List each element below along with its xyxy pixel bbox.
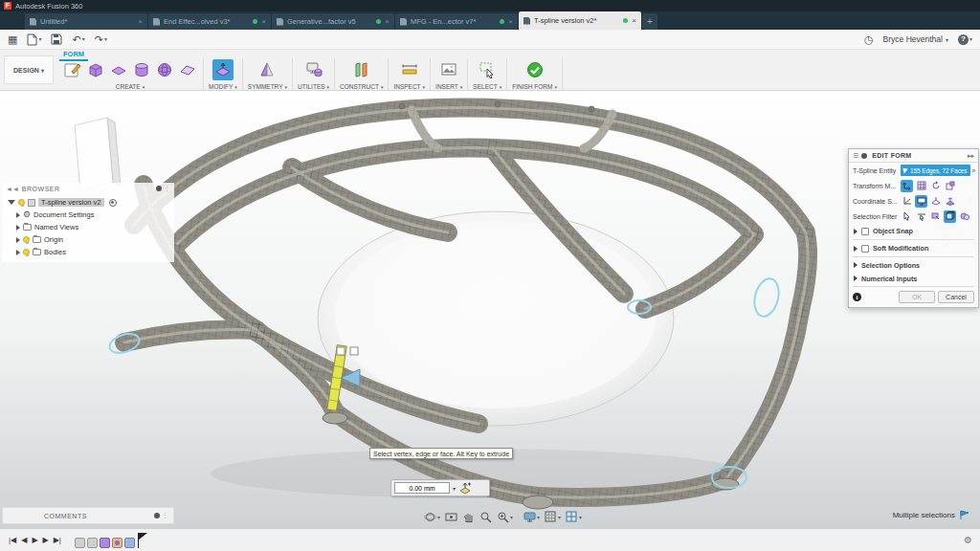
browser-header[interactable]: ◄◄ BROWSER ⋮ [2,183,174,194]
expand-open-icon[interactable] [8,200,15,208]
play-button[interactable]: ▶ [31,537,38,544]
undo-button[interactable]: ↶ ▾ [72,34,84,45]
extrude-distance-input[interactable] [394,482,450,494]
expand-icon[interactable] [854,229,858,234]
filter-body-button[interactable] [944,210,956,223]
create-sphere-button[interactable] [154,59,175,80]
filter-edge-button[interactable] [915,210,927,223]
timeline-feature-sketch[interactable] [112,538,122,548]
utilities-dropdown[interactable]: UTILITES▾ [298,83,329,90]
display-settings-button[interactable]: ▾ [523,511,540,523]
finish-form-dropdown[interactable]: FINISH FORM▾ [512,83,557,90]
job-status-clock-icon[interactable]: ◷ [864,34,874,45]
tab-form[interactable]: FORM [59,50,88,61]
filter-vertex-button[interactable] [901,210,913,223]
expand-icon[interactable] [16,237,20,243]
file-menu-button[interactable]: ▾ [27,33,41,46]
transform-scale-button[interactable] [944,180,956,192]
transform-edit-grid-button[interactable] [915,180,927,192]
timeline-feature-form-2[interactable] [87,538,98,548]
create-box-button[interactable] [85,59,106,80]
create-dropdown[interactable]: CREATE▾ [116,83,145,90]
extrude-mode-icon[interactable] [458,482,472,495]
collapse-panel-icon[interactable]: ◄◄ [6,186,19,192]
transform-translate-button[interactable] [901,180,913,192]
t-spline-model[interactable] [0,91,980,528]
entity-selection-chip[interactable]: 155 Edges, 72 Faces [901,165,970,176]
close-tab-icon[interactable]: × [261,17,266,26]
finish-form-button[interactable] [524,59,546,80]
browser-root-row[interactable]: T-spline version v2 [8,196,174,209]
coordinate-local-button[interactable] [929,195,942,208]
create-plane-button[interactable] [108,59,129,80]
select-dropdown[interactable]: SELECT▾ [473,83,501,90]
inspect-button[interactable] [399,59,420,80]
filter-all-button[interactable] [958,210,970,223]
create-face-button[interactable] [177,59,198,80]
model-viewport[interactable]: ◄◄ BROWSER ⋮ T-spline version v2 ⚙ Doc [0,91,980,528]
caret-icon[interactable]: ▾ [453,485,456,492]
comments-panel[interactable]: COMMENTS ⋮ [2,507,174,524]
visibility-bulb-icon[interactable] [23,236,30,243]
inspect-dropdown[interactable]: INSPECT▾ [393,83,425,90]
doc-tab-tspline-active[interactable]: T-spline version v2* × [519,11,641,30]
go-to-start-button[interactable]: |◀ [8,537,17,544]
panel-options-icon[interactable] [156,186,162,191]
filter-face-button[interactable] [929,210,942,223]
expand-icon[interactable] [854,276,858,281]
symmetry-button[interactable] [256,59,278,80]
insert-button[interactable] [438,59,459,80]
browser-item-named-views[interactable]: Named Views [8,221,174,233]
expand-icon[interactable] [854,246,858,252]
utilities-button[interactable] [303,59,324,80]
panel-options-icon[interactable] [154,513,160,518]
viewports-button[interactable]: ▾ [566,511,582,523]
new-tab-button[interactable]: + [642,13,657,30]
browser-item-document-settings[interactable]: ⚙ Document Settings [8,209,174,221]
panel-menu-icon[interactable]: ⋮ [164,185,170,192]
drag-grip-icon[interactable]: ☰ [853,152,858,160]
ok-button[interactable]: OK [899,291,935,303]
select-button[interactable] [477,59,498,80]
workspace-selector[interactable]: DESIGN ▾ [4,55,54,84]
coordinate-local-per-entity-button[interactable] [944,195,956,208]
pan-button[interactable] [462,511,475,523]
notification-flag-icon[interactable] [959,510,970,520]
soft-modification-checkbox[interactable] [861,245,869,253]
expand-icon[interactable] [854,262,858,268]
zoom-window-button[interactable]: ▾ [497,511,513,523]
timeline-feature-form-3[interactable] [100,538,110,548]
user-account-menu[interactable]: Bryce Heventhal ▾ [883,34,948,44]
save-button[interactable] [51,33,62,45]
construct-dropdown[interactable]: CONSTRUCT▾ [340,83,383,90]
timeline-settings-gear-icon[interactable]: ⚙ [964,535,972,545]
help-menu[interactable]: ? ▾ [958,34,972,45]
timeline-feature-form-1[interactable] [75,538,85,548]
orbit-button[interactable]: ▾ [424,511,440,523]
selection-options-section[interactable]: Selection Options [849,258,978,272]
object-snap-toggle[interactable]: Object Snap [849,224,978,238]
zoom-button[interactable] [479,511,492,523]
timeline-feature-current-edit[interactable] [124,538,135,548]
numerical-inputs-section[interactable]: Numerical Inputs [849,272,978,285]
construct-button[interactable] [351,59,372,80]
panel-menu-icon[interactable]: ⋮ [162,512,168,519]
modify-dropdown[interactable]: MODIFY▾ [209,83,237,90]
symmetry-dropdown[interactable]: SYMMETRY▾ [248,83,287,90]
doc-tab-generative[interactable]: Generative...factor v5 × [272,13,394,30]
coordinate-view-button[interactable] [915,195,927,208]
expand-selection-icon[interactable]: » [972,167,976,174]
browser-item-bodies[interactable]: Bodies [8,246,174,258]
create-cylinder-button[interactable] [131,59,152,80]
coordinate-world-button[interactable] [901,195,913,208]
doc-tab-end-effector[interactable]: End Effec...olved v3* × [148,13,271,30]
activate-component-radio[interactable] [109,199,117,207]
visibility-bulb-icon[interactable] [23,249,30,255]
close-tab-icon[interactable]: × [508,17,513,26]
transform-rotate-button[interactable] [929,180,942,192]
doc-tab-untitled[interactable]: Untitled* × [25,13,147,30]
step-forward-button[interactable]: ▶ [42,537,50,544]
soft-modification-toggle[interactable]: Soft Modification [849,241,978,255]
create-sketch-button[interactable] [62,59,83,80]
expand-icon[interactable] [16,225,20,231]
